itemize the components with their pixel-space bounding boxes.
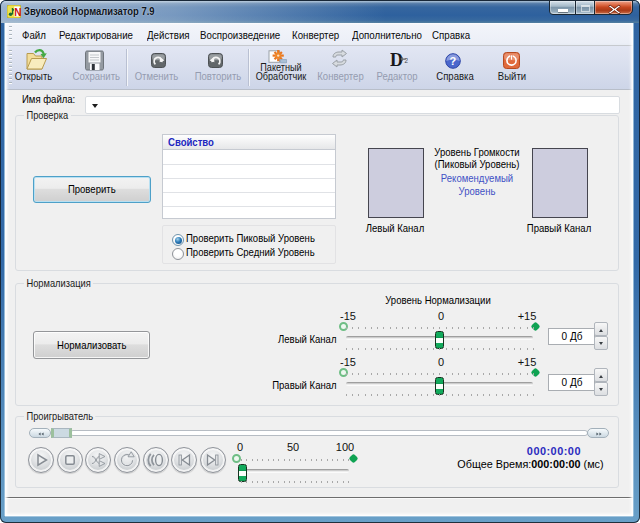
svg-text:2: 2: [404, 57, 408, 64]
svg-text:?: ?: [450, 55, 457, 67]
svg-text:N: N: [14, 7, 21, 18]
